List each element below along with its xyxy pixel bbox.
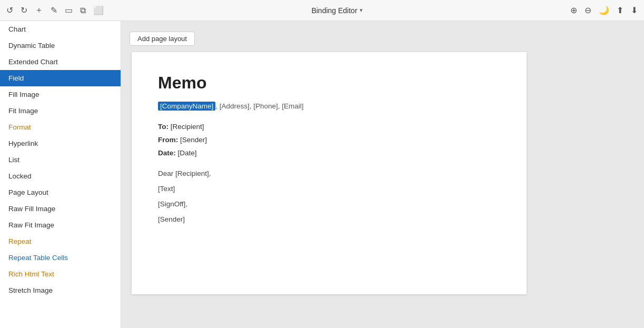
redo-icon[interactable]: ↻ — [21, 5, 27, 15]
menu-item-dynamic-table[interactable]: Dynamic Table — [0, 37, 121, 54]
dropdown-menu: Chart Dynamic Table Extended Chart Field… — [0, 21, 121, 328]
memo-from-field: From: [Sender] — [158, 136, 500, 144]
edit-icon[interactable]: ✎ — [51, 5, 57, 15]
menu-item-repeat-table-cells[interactable]: Repeat Table Cells — [0, 250, 121, 266]
crop-icon[interactable]: ⬜ — [93, 5, 104, 15]
menu-item-hyperlink[interactable]: Hyperlink — [0, 135, 121, 152]
copy-icon[interactable]: ⧉ — [80, 6, 86, 15]
menu-item-format[interactable]: Format — [0, 119, 121, 135]
menu-item-fill-image[interactable]: Fill Image — [0, 86, 121, 103]
menu-item-page-layout[interactable]: Page Layout — [0, 184, 121, 201]
memo-text: [Text] — [158, 185, 500, 193]
memo-sender: [Sender] — [158, 215, 500, 223]
zoom-in-icon[interactable]: ⊕ — [570, 5, 577, 15]
address-info: , [Address], [Phone], [Email] — [215, 102, 303, 110]
zoom-out-icon[interactable]: ⊖ — [584, 5, 591, 15]
menu-item-list[interactable]: List — [0, 152, 121, 168]
dark-mode-icon[interactable]: 🌙 — [599, 5, 609, 15]
menu-item-extended-chart[interactable]: Extended Chart — [0, 54, 121, 70]
memo-dear: Dear [Recipient], — [158, 170, 500, 177]
memo-signoff: [SignOff], — [158, 200, 500, 208]
memo-body: Dear [Recipient], [Text] [SignOff], [Sen… — [158, 170, 500, 223]
menu-item-raw-fill-image[interactable]: Raw Fill Image — [0, 201, 121, 217]
add-icon[interactable]: ＋ — [35, 5, 43, 16]
memo-header-line: [CompanyName], [Address], [Phone], [Emai… — [158, 102, 500, 110]
refresh-icon[interactable]: ↺ — [6, 5, 13, 15]
memo-to-field: To: [Recipient] — [158, 123, 500, 131]
menu-item-stretch-image[interactable]: Stretch Image — [0, 282, 121, 299]
page-canvas: Memo [CompanyName], [Address], [Phone], … — [132, 52, 527, 294]
content-area: Add page layout Memo [CompanyName], [Add… — [121, 21, 644, 328]
header-center: Binding Editor ▾ — [311, 6, 362, 15]
menu-item-chart[interactable]: Chart — [0, 21, 121, 37]
upload-icon[interactable]: ⬆ — [617, 5, 623, 15]
menu-item-fit-image[interactable]: Fit Image — [0, 103, 121, 119]
header-right-icons: ⊕ ⊖ 🌙 ⬆ ⬇ — [570, 5, 638, 15]
menu-item-locked[interactable]: Locked — [0, 168, 121, 184]
company-name-tag: [CompanyName] — [158, 102, 215, 111]
add-page-layout-button[interactable]: Add page layout — [130, 32, 195, 46]
menu-item-repeat[interactable]: Repeat — [0, 233, 121, 250]
menu-item-rich-html-text[interactable]: Rich Html Text — [0, 266, 121, 282]
menu-item-raw-fit-image[interactable]: Raw Fit Image — [0, 217, 121, 233]
header-left-icons: ↺ ↻ ＋ ✎ ▭ ⧉ ⬜ — [6, 5, 104, 16]
download-icon[interactable]: ⬇ — [631, 5, 638, 15]
header: ↺ ↻ ＋ ✎ ▭ ⧉ ⬜ Binding Editor ▾ ⊕ ⊖ 🌙 ⬆ ⬇ — [0, 0, 644, 21]
dropdown-arrow[interactable]: ▾ — [360, 7, 363, 14]
memo-title: Memo — [158, 73, 500, 93]
menu-item-field[interactable]: Field — [0, 70, 121, 86]
memo-date-field: Date: [Date] — [158, 149, 500, 157]
main-layout: Chart Dynamic Table Extended Chart Field… — [0, 21, 644, 328]
minus-icon[interactable]: ▭ — [65, 5, 73, 15]
binding-editor-title: Binding Editor — [311, 6, 357, 15]
